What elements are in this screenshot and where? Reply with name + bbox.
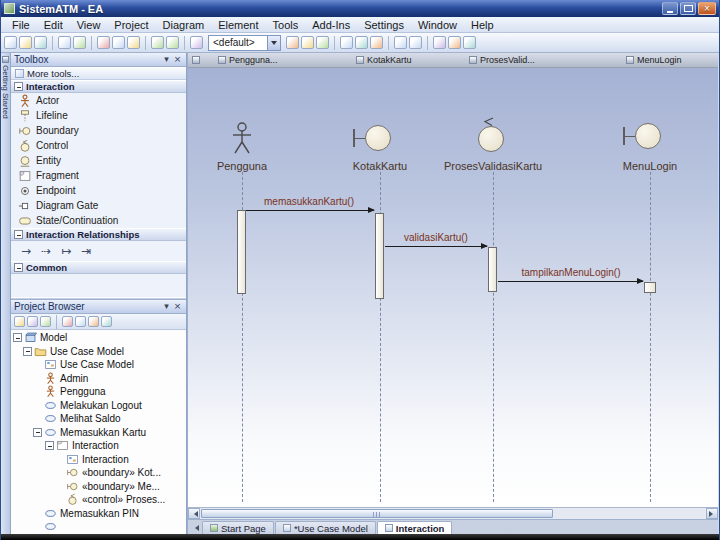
tree-item-use-case-model-diagram[interactable]: Use Case Model bbox=[11, 358, 186, 372]
collapse-icon[interactable] bbox=[13, 333, 22, 342]
collapse-icon[interactable] bbox=[14, 230, 23, 239]
tab-start-page[interactable]: Start Page bbox=[202, 521, 274, 534]
tree-item-pengguna[interactable]: Pengguna bbox=[11, 385, 186, 399]
message-label-validasikartu[interactable]: validasiKartu() bbox=[404, 232, 468, 243]
header-lifeline-kotakkartu[interactable]: KotakKartu bbox=[356, 55, 412, 65]
tree-item-melakukan-logout[interactable]: Melakukan Logout bbox=[11, 399, 186, 413]
header-lifeline-prosesvalidasi[interactable]: ProsesValid... bbox=[469, 55, 535, 65]
scroll-right-icon[interactable] bbox=[706, 508, 718, 519]
message-arrow-2[interactable] bbox=[385, 246, 487, 247]
horizontal-scrollbar[interactable] bbox=[188, 507, 718, 519]
tab-nav-left-icon[interactable] bbox=[190, 522, 201, 534]
sequence-diagram-canvas[interactable]: Pengguna KotakKartu ProsesValidasiKartu … bbox=[188, 68, 718, 507]
menu-item-file[interactable]: File bbox=[5, 18, 37, 32]
delete-icon[interactable] bbox=[62, 316, 73, 327]
search-icon[interactable] bbox=[75, 316, 86, 327]
close-icon[interactable]: × bbox=[172, 54, 183, 65]
minimize-button[interactable] bbox=[662, 2, 678, 15]
add-package-icon[interactable] bbox=[301, 36, 314, 49]
activation-bar-menulogin[interactable] bbox=[644, 282, 656, 293]
copy-icon[interactable] bbox=[112, 36, 125, 49]
model-browser-icon[interactable] bbox=[355, 36, 368, 49]
menu-item-view[interactable]: View bbox=[70, 18, 108, 32]
search-icon[interactable] bbox=[340, 36, 353, 49]
zoom-out-icon[interactable] bbox=[394, 36, 407, 49]
toolbox-item-boundary[interactable]: Boundary bbox=[11, 123, 186, 138]
activation-bar-pengguna[interactable] bbox=[237, 210, 246, 294]
tree-item-memasukkan-pin[interactable]: Memasukkan PIN bbox=[11, 507, 186, 521]
toolbox-item-entity[interactable]: Entity bbox=[11, 153, 186, 168]
tree-item-model[interactable]: Model bbox=[11, 331, 186, 345]
dock-tab-getting-started[interactable]: Getting Started bbox=[1, 65, 10, 119]
tree-item-boundary-menulogin[interactable]: «boundary» Me... bbox=[11, 480, 186, 494]
collapse-icon[interactable] bbox=[23, 347, 32, 356]
menu-item-help[interactable]: Help bbox=[464, 18, 501, 32]
maximize-button[interactable] bbox=[680, 2, 696, 15]
collapse-icon[interactable] bbox=[14, 263, 23, 272]
menu-item-diagram[interactable]: Diagram bbox=[156, 18, 212, 32]
menu-item-edit[interactable]: Edit bbox=[37, 18, 70, 32]
tab-interaction[interactable]: Interaction bbox=[377, 521, 453, 534]
more-tools-button[interactable]: More tools... bbox=[11, 67, 186, 80]
collapse-icon[interactable] bbox=[33, 428, 42, 437]
menu-item-addins[interactable]: Add-Ins bbox=[305, 18, 357, 32]
toolbox-item-diagram-gate[interactable]: Diagram Gate bbox=[11, 198, 186, 213]
dock-tab-icon[interactable] bbox=[2, 56, 9, 63]
tree-item-memasukkan-kartu[interactable]: Memasukkan Kartu bbox=[11, 426, 186, 440]
activation-bar-kotakkartu[interactable] bbox=[375, 213, 384, 299]
add-diagram-icon[interactable] bbox=[190, 36, 203, 49]
toolbox-item-actor[interactable]: Actor bbox=[11, 93, 186, 108]
add-element-icon[interactable] bbox=[286, 36, 299, 49]
menu-item-settings[interactable]: Settings bbox=[357, 18, 411, 32]
print-icon[interactable] bbox=[58, 36, 71, 49]
header-lifeline-pengguna[interactable]: Pengguna... bbox=[218, 55, 278, 65]
add-child-diagram-icon[interactable] bbox=[316, 36, 329, 49]
message-label-tampilkanmenulogin[interactable]: tampilkanMenuLogin() bbox=[522, 267, 621, 278]
header-lifeline-menulogin[interactable]: MenuLogin bbox=[626, 55, 682, 65]
tab-use-case-model[interactable]: *Use Case Model bbox=[275, 521, 376, 534]
collapse-icon[interactable] bbox=[14, 82, 23, 91]
toolbox-item-lifeline[interactable]: Lifeline bbox=[11, 108, 186, 123]
paste-icon[interactable] bbox=[127, 36, 140, 49]
toolbox-section-interaction-relationships[interactable]: Interaction Relationships bbox=[11, 228, 186, 241]
redo-icon[interactable] bbox=[166, 36, 179, 49]
zoom-in-icon[interactable] bbox=[409, 36, 422, 49]
end-arrow-icon[interactable]: ⇥ bbox=[81, 245, 91, 257]
cut-icon[interactable] bbox=[97, 36, 110, 49]
chevron-down-icon[interactable] bbox=[267, 36, 280, 50]
toolbox-section-common[interactable]: Common bbox=[11, 261, 186, 274]
team-icon[interactable] bbox=[433, 36, 446, 49]
dashed-arrow-icon[interactable]: ⇢ bbox=[41, 245, 51, 257]
close-icon[interactable]: × bbox=[172, 301, 183, 312]
toolbox-item-control[interactable]: Control bbox=[11, 138, 186, 153]
bar-arrow-icon[interactable]: ↦ bbox=[61, 245, 71, 257]
tree-item-interaction[interactable]: Interaction bbox=[11, 439, 186, 453]
diagram-style-dropdown[interactable]: <default> bbox=[208, 35, 281, 51]
tree-item-boundary-kotakkartu[interactable]: «boundary» Kot... bbox=[11, 466, 186, 480]
message-arrow-1[interactable] bbox=[246, 210, 374, 211]
toolbox-item-fragment[interactable]: Fragment bbox=[11, 168, 186, 183]
menu-item-window[interactable]: Window bbox=[411, 18, 464, 32]
tree-item-use-case-model-package[interactable]: Use Case Model bbox=[11, 345, 186, 359]
add-element-icon[interactable] bbox=[40, 316, 51, 327]
help-icon[interactable] bbox=[463, 36, 476, 49]
properties-icon[interactable] bbox=[88, 316, 99, 327]
activation-bar-prosesvalidasi[interactable] bbox=[488, 247, 497, 292]
toolbox-item-state-continuation[interactable]: State/Continuation bbox=[11, 213, 186, 228]
open-folder-icon[interactable] bbox=[19, 36, 32, 49]
tree-item-interaction-diagram[interactable]: Interaction bbox=[11, 453, 186, 467]
message-label-memasukkankartu[interactable]: memasukkanKartu() bbox=[264, 196, 354, 207]
add-package-icon[interactable] bbox=[14, 316, 25, 327]
menu-item-tools[interactable]: Tools bbox=[266, 18, 306, 32]
add-diagram-icon[interactable] bbox=[27, 316, 38, 327]
message-arrow-icon[interactable]: → bbox=[21, 245, 31, 257]
toolbox-item-endpoint[interactable]: Endpoint bbox=[11, 183, 186, 198]
tree-item-melihat-saldo[interactable]: Melihat Saldo bbox=[11, 412, 186, 426]
scroll-left-icon[interactable] bbox=[188, 508, 200, 519]
menu-item-element[interactable]: Element bbox=[211, 18, 265, 32]
lifeline-label-pengguna[interactable]: Pengguna bbox=[188, 160, 312, 172]
tree-item-control-prosesvalidasi[interactable]: «control» Proses... bbox=[11, 493, 186, 507]
toolbox-section-interaction[interactable]: Interaction bbox=[11, 80, 186, 93]
tree-item-admin[interactable]: Admin bbox=[11, 372, 186, 386]
notes-icon[interactable] bbox=[370, 36, 383, 49]
